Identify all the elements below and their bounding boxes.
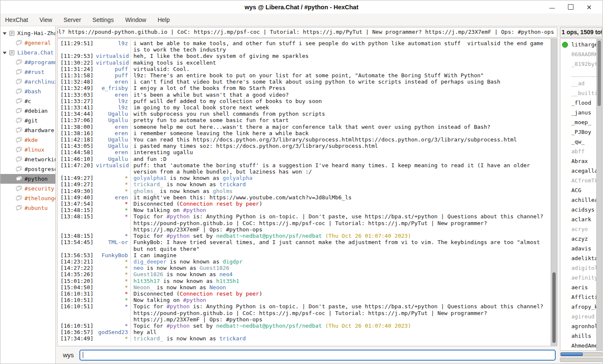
topic-input[interactable]: about this channel? https://pound-python… [57,27,557,38]
message-segment: #python [166,303,190,310]
user-row[interactable]: _flood [560,98,597,108]
chat-scrollbar-thumb[interactable] [552,272,556,343]
user-row[interactable]: acegalla- [560,166,597,176]
message-segment: Connection reset by peer [180,291,259,297]
user-row[interactable]: ahills [560,331,597,341]
minimize-button[interactable] [543,0,561,14]
user-nick: __builtin [571,90,597,96]
user-row[interactable]: AhmedAmer [560,341,597,350]
user-row[interactable]: afropy_ke [560,302,597,312]
close-button[interactable]: × [580,0,598,14]
user-row[interactable]: adeliktas [560,253,597,263]
message-segment: set by [190,233,216,239]
nick-button[interactable]: wys [63,351,74,359]
menu-item-settings[interactable]: Settings [92,16,114,23]
user-row[interactable]: achilleas [560,195,597,205]
tree-channel-git[interactable]: #git [0,116,55,125]
tree-channel-rust[interactable]: ##rust [0,67,55,77]
user-row[interactable]: ACfromTX [560,176,597,185]
tree-channel-bash[interactable]: #bash [0,87,55,96]
menu-item-view[interactable]: View [39,16,52,23]
chat-row: [17:34:49]*trickard_ is now known as tri… [57,335,550,342]
user-row[interactable]: _PJBoy [560,127,597,137]
user-row[interactable]: _moep_ [560,117,597,127]
tree-channel-debian[interactable]: #debian [0,106,55,116]
tree-channel-networking[interactable]: #networking [0,155,55,164]
message-input[interactable] [79,350,556,361]
user-row[interactable]: _qw_ [560,137,597,147]
timestamp: [11:42:18] [57,136,96,143]
maximize-button[interactable] [561,0,580,14]
expander-icon[interactable] [3,31,7,35]
user-row[interactable]: ACG [560,185,597,195]
user-row[interactable]: aefinity [560,273,597,283]
message-segment: with subprocess you run shell commands f… [133,111,325,117]
user-row[interactable]: _________ [560,69,597,79]
expander-icon[interactable] [3,51,7,55]
user-row[interactable]: acidsys [560,205,597,215]
lag-meter [560,352,602,356]
timestamp: [11:30:22] [57,60,96,66]
tree-channel-thelounge[interactable]: #thelounge [0,193,55,203]
input-row: wys [57,346,557,364]
timestamp: [16:10:51] [57,303,96,323]
title-bar: wys @ Libera.Chat / #python - HexChat × [0,0,603,14]
user-row[interactable]: Affliction [560,292,597,302]
event-star: * [96,284,130,291]
tree-channel-general[interactable]: #general [0,38,55,48]
tree-channel-linux[interactable]: #linux [0,145,55,155]
message-text: puff will def added to my collection of … [130,98,550,104]
nick: eren [96,92,130,98]
tree-server-Xing-Hai-Zhang[interactable]: Xing-Hai-Zhang [0,28,55,38]
user-row[interactable]: aczyz [560,234,597,244]
user-row[interactable]: __ad [560,79,597,88]
channel-icon [16,88,22,95]
tree-channel-python[interactable]: #python [0,174,55,184]
chat-row: [11:49:27]*golyalpha1 is now known as go… [57,175,550,181]
message-segment: (Thu Oct 26 01:07:40 2023) [325,323,411,329]
menu-item-hexchat[interactable]: HexChat [5,16,28,23]
user-row[interactable]: adavis [560,244,597,253]
tree-channel-hardware[interactable]: #hardware [0,125,55,135]
user-row[interactable]: aeris [560,283,597,292]
user-row[interactable]: _janus [560,108,597,117]
tree-channel-security[interactable]: #security [0,184,55,193]
chat-row: [11:47:20]virtualsidpuff: that 'automate… [57,162,550,175]
user-row[interactable]: agireud [560,312,597,321]
tree-channel-ubuntu[interactable]: #ubuntu [0,203,55,213]
tree-channel-c[interactable]: #c [0,96,55,106]
tree-label: #networking [24,156,55,163]
user-row[interactable]: __builtin [560,88,597,98]
event-star: * [96,278,130,284]
timestamp: [14:27:22] [57,265,96,271]
message-segment: i can't find that video but there's some… [133,79,500,85]
tree-channel-programming[interactable]: ##programming [0,57,55,67]
event-star: * [96,207,130,213]
user-row[interactable]: _8192byte [560,59,597,69]
user-row[interactable]: agronholm [560,321,597,331]
tree-channel-postgresql[interactable]: #postgresql [0,164,55,174]
menu-item-help[interactable]: Help [158,16,170,23]
chat-scrollbar[interactable] [551,39,557,346]
tree-server-Libera.Chat[interactable]: Libera.Chat [0,48,55,57]
chat-row: [11:33:27]l9zpuff will def added to my c… [57,98,550,104]
tree-channel-kde[interactable]: #kde [0,135,55,145]
nick: Ugallu [96,136,130,143]
message-text: Now talking on #python [130,297,550,303]
user-nick: adeliktas [571,255,597,261]
tree-channel-archlinux[interactable]: #archlinux [0,77,55,87]
menu-item-window[interactable]: Window [125,16,146,23]
user-row[interactable]: litharge [560,40,597,49]
user-row[interactable]: 068AADRKN [560,49,597,59]
chat-area: [11:29:51]l9zi want be able to make tool… [57,38,557,346]
menu-item-server[interactable]: Server [64,16,81,23]
user-row[interactable]: abff [560,147,597,156]
userlist-scrollbar-thumb[interactable] [598,41,601,106]
user-row[interactable]: acryo [560,224,597,234]
userlist-scrollbar[interactable] [596,39,602,350]
user-row[interactable]: adigitole [560,263,597,273]
chat-row: [11:30:22]virtualsidmaking tools is exce… [57,60,550,66]
message-segment: #python [183,297,206,303]
user-row[interactable]: Abrax [560,156,597,166]
user-row[interactable]: aclark [560,215,597,224]
